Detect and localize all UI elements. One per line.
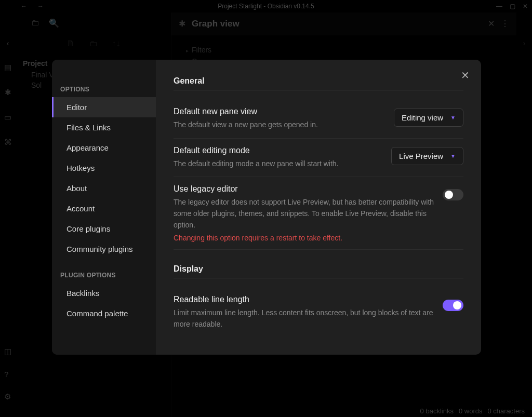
sidebar-item-core-plugins[interactable]: Core plugins bbox=[52, 219, 156, 239]
setting-warning: Changing this option requires a restart … bbox=[174, 234, 434, 242]
sidebar-item-backlinks[interactable]: Backlinks bbox=[52, 283, 156, 303]
setting-legacy-editor: Use legacy editor The legacy editor does… bbox=[174, 177, 463, 250]
chevron-down-icon: ▼ bbox=[450, 153, 456, 159]
sidebar-item-appearance[interactable]: Appearance bbox=[52, 138, 156, 158]
sidebar-item-editor[interactable]: Editor bbox=[52, 97, 156, 117]
sidebar-item-hotkeys[interactable]: Hotkeys bbox=[52, 158, 156, 178]
setting-desc: The default view a new pane gets opened … bbox=[174, 119, 385, 131]
chevron-down-icon: ▼ bbox=[450, 115, 456, 120]
section-header-display: Display bbox=[174, 264, 463, 274]
setting-default-pane-view: Default new pane view The default view a… bbox=[174, 100, 463, 139]
sidebar-section-header: OPTIONS bbox=[52, 80, 156, 97]
divider bbox=[174, 278, 463, 278]
modal-close-button[interactable]: ✕ bbox=[461, 69, 470, 82]
setting-desc: The legacy editor does not support Live … bbox=[174, 197, 434, 231]
sidebar-section-header: PLUGIN OPTIONS bbox=[52, 266, 156, 283]
default-pane-dropdown[interactable]: Editing view ▼ bbox=[394, 109, 463, 127]
divider bbox=[174, 90, 463, 90]
sidebar-item-command-palette[interactable]: Command palette bbox=[52, 303, 156, 324]
setting-name: Use legacy editor bbox=[174, 184, 434, 194]
sidebar-item-about[interactable]: About bbox=[52, 178, 156, 198]
settings-modal: ✕ OPTIONS Editor Files & Links Appearanc… bbox=[52, 60, 481, 355]
settings-sidebar: OPTIONS Editor Files & Links Appearance … bbox=[52, 60, 156, 355]
setting-default-editing-mode: Default editing mode The default editing… bbox=[174, 139, 463, 178]
setting-desc: Limit maximum line length. Less content … bbox=[174, 307, 434, 330]
setting-readable-line-length: Readable line length Limit maximum line … bbox=[174, 288, 463, 337]
readable-line-toggle[interactable] bbox=[443, 300, 463, 311]
sidebar-item-community-plugins[interactable]: Community plugins bbox=[52, 239, 156, 259]
setting-name: Default editing mode bbox=[174, 146, 383, 155]
dropdown-value: Live Preview bbox=[399, 152, 443, 160]
settings-content: General Default new pane view The defaul… bbox=[156, 60, 481, 355]
sidebar-item-files-links[interactable]: Files & Links bbox=[52, 117, 156, 138]
setting-name: Default new pane view bbox=[174, 107, 385, 116]
sidebar-item-account[interactable]: Account bbox=[52, 198, 156, 219]
dropdown-value: Editing view bbox=[402, 113, 443, 122]
legacy-editor-toggle[interactable] bbox=[443, 189, 463, 200]
section-header-general: General bbox=[174, 76, 463, 86]
setting-desc: The default editing mode a new pane will… bbox=[174, 158, 383, 170]
setting-name: Readable line length bbox=[174, 295, 434, 304]
default-mode-dropdown[interactable]: Live Preview ▼ bbox=[391, 147, 463, 165]
